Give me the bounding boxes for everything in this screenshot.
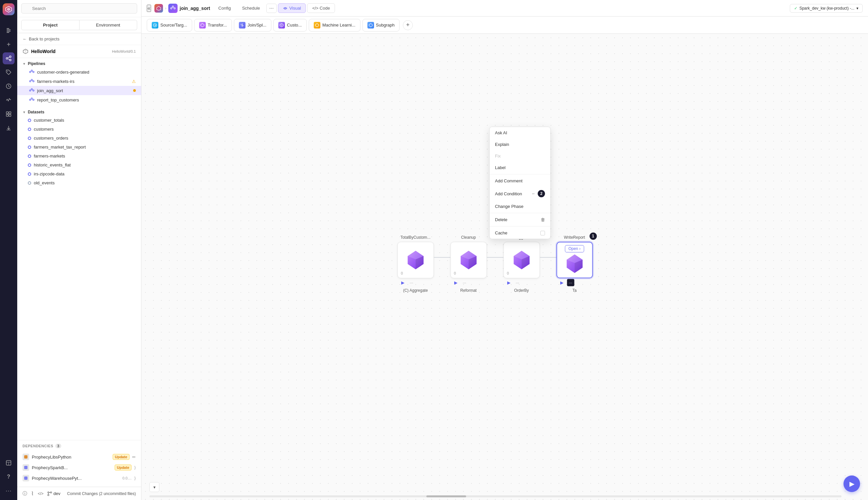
svg-point-58 bbox=[284, 7, 286, 9]
sidebar-item-tag[interactable] bbox=[3, 66, 14, 78]
cache-checkbox[interactable] bbox=[540, 231, 545, 236]
sidebar-item-more[interactable]: ··· bbox=[3, 485, 14, 497]
dataset-name-1: customers bbox=[34, 127, 54, 132]
tab-config[interactable]: Config bbox=[213, 3, 236, 13]
scrollbar[interactable] bbox=[150, 495, 842, 497]
svg-point-48 bbox=[48, 495, 49, 496]
node-cleanup-play[interactable]: ▶ bbox=[452, 279, 459, 286]
tab-visual[interactable]: Visual bbox=[278, 3, 306, 13]
pipeline-item-customer-orders[interactable]: customer-orders-generated bbox=[17, 67, 141, 77]
node-write-more[interactable]: ··· bbox=[567, 279, 574, 286]
node-sort-play[interactable]: ▶ bbox=[505, 279, 513, 286]
node-total-gem bbox=[407, 250, 424, 270]
pipeline-item-farmers-markets[interactable]: farmers-markets-irs ⚠ bbox=[17, 77, 141, 86]
dataset-farmers-markets[interactable]: farmers-markets bbox=[17, 151, 141, 160]
node-total-more[interactable]: ··· bbox=[408, 279, 415, 286]
ctx-explain[interactable]: Explain bbox=[490, 139, 550, 150]
svg-point-25 bbox=[31, 70, 33, 71]
comp-transform[interactable]: Transfor... bbox=[194, 19, 232, 32]
ctx-label[interactable]: Label bbox=[490, 162, 550, 173]
sidebar-item-files[interactable] bbox=[3, 24, 14, 36]
svg-point-49 bbox=[50, 492, 52, 493]
code-icon[interactable]: </> bbox=[38, 491, 43, 496]
tab-schedule[interactable]: Schedule bbox=[237, 3, 265, 13]
ctx-delete[interactable]: Delete 🗑 bbox=[490, 214, 550, 226]
ctx-add-comment[interactable]: Add Comment bbox=[490, 175, 550, 187]
breadcrumb-sep: › bbox=[165, 5, 166, 11]
dataset-customers-orders[interactable]: customers_orders bbox=[17, 134, 141, 143]
ctx-ask-ai[interactable]: Ask AI bbox=[490, 127, 550, 139]
node-sort-gem bbox=[513, 250, 530, 270]
node-total-box[interactable]: 0 bbox=[397, 242, 434, 278]
svg-line-10 bbox=[8, 59, 10, 60]
svg-marker-52 bbox=[157, 6, 161, 10]
comp-join-split[interactable]: Join/Spl... bbox=[234, 19, 271, 32]
play-main-button[interactable]: ▶ bbox=[844, 476, 860, 492]
svg-rect-16 bbox=[9, 112, 11, 114]
back-button[interactable]: « bbox=[147, 5, 151, 12]
pipeline-name-breadcrumb: join_agg_sort bbox=[179, 5, 210, 11]
update-badge-0[interactable]: Update bbox=[113, 454, 130, 460]
pipeline-item-report-top[interactable]: report_top_customers bbox=[17, 95, 141, 104]
add-component-button[interactable]: + bbox=[403, 20, 413, 30]
comp-ml[interactable]: Machine Learni... bbox=[309, 19, 361, 32]
node-sort-box[interactable]: 0 bbox=[503, 242, 540, 278]
dataset-customers[interactable]: customers bbox=[17, 125, 141, 134]
home-icon[interactable] bbox=[154, 4, 163, 13]
comp-source-target[interactable]: Source/Targ... bbox=[147, 19, 192, 32]
project-version: HelloWorld/0.1 bbox=[112, 49, 136, 53]
connector-0: › bbox=[434, 257, 450, 258]
dataset-old-events[interactable]: old_events bbox=[17, 178, 141, 188]
pipeline-icon-3 bbox=[29, 97, 34, 102]
env-badge[interactable]: ✓ Spark_dev_kw (kw-product) -... ▾ bbox=[790, 4, 863, 13]
commit-changes[interactable]: Commit Changes (2 uncommitted files) bbox=[67, 491, 136, 496]
open-button[interactable]: Open › bbox=[565, 245, 584, 252]
back-to-projects[interactable]: ← Back to projects bbox=[17, 33, 141, 45]
comp-custom[interactable]: Custo... bbox=[273, 19, 307, 32]
dep-edit-0[interactable]: ✏ bbox=[132, 455, 136, 459]
expand-button[interactable]: ▾ bbox=[150, 482, 159, 492]
ctx-add-condition[interactable]: Add Condition ← 2 bbox=[490, 187, 550, 201]
sidebar-item-table[interactable] bbox=[3, 457, 14, 469]
chart-icon[interactable]: ⌇ bbox=[31, 490, 34, 497]
sidebar-item-add[interactable]: + bbox=[3, 38, 14, 50]
dataset-customer-totals[interactable]: customer_totals bbox=[17, 116, 141, 125]
comp-subgraph[interactable]: Subgraph bbox=[362, 19, 400, 32]
pipeline-name-1: farmers-markets-irs bbox=[37, 79, 74, 84]
tab-code[interactable]: </> Code bbox=[307, 3, 335, 13]
tab-environment[interactable]: Environment bbox=[80, 20, 138, 30]
pipeline-item-join-agg-sort[interactable]: join_agg_sort bbox=[17, 86, 141, 95]
tab-project[interactable]: Project bbox=[21, 20, 80, 30]
search-input[interactable] bbox=[21, 3, 137, 14]
dep-expand-1[interactable]: ⟩ bbox=[134, 465, 136, 470]
sidebar-item-activity[interactable] bbox=[3, 94, 14, 106]
datasets-section-header[interactable]: ▼ Datasets bbox=[17, 106, 141, 116]
update-badge-1[interactable]: Update bbox=[115, 465, 131, 470]
info-icon[interactable]: ⓘ bbox=[23, 491, 27, 497]
pipelines-section-header[interactable]: ▼ Pipelines bbox=[17, 58, 141, 67]
tab-more-btn[interactable]: ··· bbox=[266, 4, 277, 13]
ctx-change-phase[interactable]: Change Phase bbox=[490, 201, 550, 212]
sidebar-item-help[interactable]: ? bbox=[3, 471, 14, 483]
sidebar-item-download[interactable] bbox=[3, 122, 14, 134]
pipeline-icon-2 bbox=[29, 88, 34, 93]
ctx-cache[interactable]: Cache bbox=[490, 227, 550, 239]
dep-expand-2[interactable]: ⟩ bbox=[134, 476, 136, 481]
node-write-box[interactable]: Open › bbox=[556, 242, 593, 278]
sidebar-item-graph[interactable] bbox=[3, 53, 14, 64]
canvas: TotalByCustom... 0 bbox=[141, 34, 868, 500]
node-cleanup-more[interactable]: ··· bbox=[461, 279, 468, 286]
node-cleanup-box[interactable]: 0 bbox=[450, 242, 487, 278]
node-sort-more[interactable]: ··· bbox=[514, 279, 521, 286]
node-write-play[interactable]: ▶ bbox=[558, 279, 565, 286]
node-cleanup-bar: ▶ ··· bbox=[450, 279, 487, 286]
dataset-historic-events[interactable]: historic_events_flat bbox=[17, 160, 141, 169]
comp-source-label: Source/Targ... bbox=[160, 23, 187, 27]
sidebar-item-clock[interactable] bbox=[3, 80, 14, 92]
transform-icon bbox=[199, 22, 206, 29]
dataset-farmers-tax[interactable]: farmers_market_tax_report bbox=[17, 143, 141, 151]
app-logo[interactable] bbox=[3, 3, 14, 15]
sidebar-item-grid[interactable] bbox=[3, 108, 14, 120]
node-total-play[interactable]: ▶ bbox=[399, 279, 407, 286]
dataset-irs-zipcode[interactable]: irs-zipcode-data bbox=[17, 169, 141, 178]
